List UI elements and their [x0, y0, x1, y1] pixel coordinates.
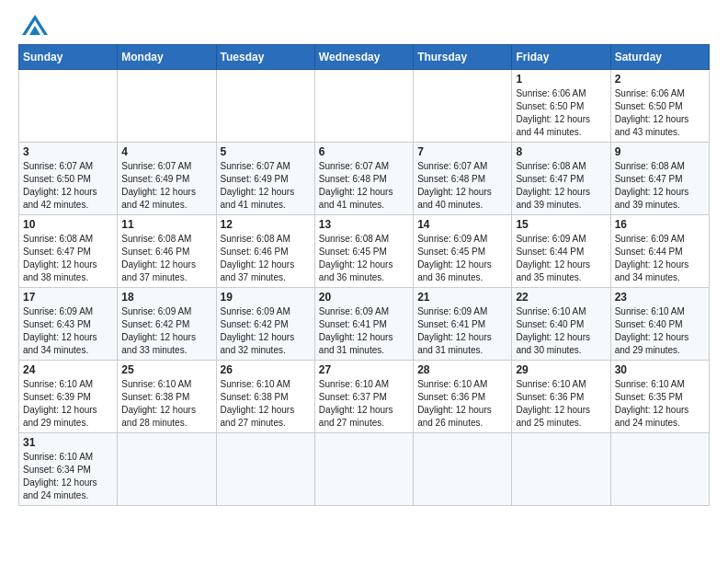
day-info: Sunrise: 6:09 AM Sunset: 6:42 PM Dayligh… — [221, 305, 311, 357]
day-number: 12 — [221, 218, 311, 231]
calendar-cell: 26Sunrise: 6:10 AM Sunset: 6:38 PM Dayli… — [216, 361, 314, 433]
day-number: 24 — [23, 363, 113, 376]
calendar-cell: 21Sunrise: 6:09 AM Sunset: 6:41 PM Dayli… — [414, 288, 512, 361]
day-number: 9 — [615, 145, 705, 158]
weekday-header-friday: Friday — [512, 45, 610, 70]
day-info: Sunrise: 6:08 AM Sunset: 6:45 PM Dayligh… — [319, 233, 409, 284]
calendar-cell: 5Sunrise: 6:07 AM Sunset: 6:49 PM Daylig… — [216, 143, 314, 215]
calendar-cell: 25Sunrise: 6:10 AM Sunset: 6:38 PM Dayli… — [118, 361, 216, 433]
day-info: Sunrise: 6:07 AM Sunset: 6:49 PM Dayligh… — [121, 160, 211, 212]
page: SundayMondayTuesdayWednesdayThursdayFrid… — [0, 0, 728, 563]
calendar-cell: 13Sunrise: 6:08 AM Sunset: 6:45 PM Dayli… — [314, 215, 413, 288]
calendar-cell: 30Sunrise: 6:10 AM Sunset: 6:35 PM Dayli… — [610, 361, 709, 433]
day-info: Sunrise: 6:10 AM Sunset: 6:38 PM Dayligh… — [221, 378, 311, 430]
day-info: Sunrise: 6:10 AM Sunset: 6:37 PM Dayligh… — [319, 378, 409, 430]
day-info: Sunrise: 6:09 AM Sunset: 6:44 PM Dayligh… — [516, 233, 606, 284]
day-number: 10 — [23, 218, 113, 231]
calendar-week-row: 24Sunrise: 6:10 AM Sunset: 6:39 PM Dayli… — [19, 361, 710, 433]
logo-icon — [22, 15, 48, 35]
calendar-cell: 6Sunrise: 6:07 AM Sunset: 6:48 PM Daylig… — [314, 143, 413, 215]
day-number: 18 — [121, 291, 211, 304]
day-number: 4 — [121, 145, 211, 158]
calendar-cell: 28Sunrise: 6:10 AM Sunset: 6:36 PM Dayli… — [414, 361, 512, 433]
calendar-cell — [414, 433, 512, 506]
day-info: Sunrise: 6:08 AM Sunset: 6:47 PM Dayligh… — [516, 160, 606, 212]
day-number: 25 — [121, 363, 211, 376]
day-info: Sunrise: 6:09 AM Sunset: 6:44 PM Dayligh… — [615, 233, 705, 284]
day-number: 28 — [417, 363, 507, 376]
day-number: 2 — [615, 73, 705, 86]
day-number: 7 — [417, 145, 507, 158]
calendar-cell: 10Sunrise: 6:08 AM Sunset: 6:47 PM Dayli… — [19, 215, 118, 288]
calendar-cell: 23Sunrise: 6:10 AM Sunset: 6:40 PM Dayli… — [610, 288, 709, 361]
day-number: 23 — [615, 291, 705, 304]
day-number: 15 — [516, 218, 606, 231]
calendar-cell: 3Sunrise: 6:07 AM Sunset: 6:50 PM Daylig… — [19, 143, 118, 215]
day-number: 31 — [23, 436, 113, 449]
calendar-week-row: 10Sunrise: 6:08 AM Sunset: 6:47 PM Dayli… — [19, 215, 710, 288]
calendar-cell — [118, 70, 216, 143]
day-number: 1 — [516, 73, 606, 86]
day-info: Sunrise: 6:10 AM Sunset: 6:36 PM Dayligh… — [417, 378, 507, 430]
calendar-cell — [314, 70, 413, 143]
day-number: 27 — [319, 363, 409, 376]
calendar-cell — [414, 70, 512, 143]
calendar-cell: 2Sunrise: 6:06 AM Sunset: 6:50 PM Daylig… — [610, 70, 709, 143]
day-info: Sunrise: 6:07 AM Sunset: 6:48 PM Dayligh… — [319, 160, 409, 212]
day-number: 8 — [516, 145, 606, 158]
day-number: 19 — [221, 291, 311, 304]
calendar-cell — [216, 433, 314, 506]
calendar-cell: 15Sunrise: 6:09 AM Sunset: 6:44 PM Dayli… — [512, 215, 610, 288]
weekday-header-tuesday: Tuesday — [216, 45, 314, 70]
calendar-cell — [118, 433, 216, 506]
weekday-header-monday: Monday — [118, 45, 216, 70]
day-number: 21 — [417, 291, 507, 304]
day-info: Sunrise: 6:06 AM Sunset: 6:50 PM Dayligh… — [615, 87, 705, 139]
calendar-cell: 20Sunrise: 6:09 AM Sunset: 6:41 PM Dayli… — [314, 288, 413, 361]
day-number: 29 — [516, 363, 606, 376]
header-area — [18, 15, 710, 37]
calendar-cell: 12Sunrise: 6:08 AM Sunset: 6:46 PM Dayli… — [216, 215, 314, 288]
weekday-header-wednesday: Wednesday — [314, 45, 413, 70]
calendar-cell — [512, 433, 610, 506]
weekday-header-row: SundayMondayTuesdayWednesdayThursdayFrid… — [19, 45, 710, 70]
weekday-header-sunday: Sunday — [19, 45, 118, 70]
day-info: Sunrise: 6:10 AM Sunset: 6:36 PM Dayligh… — [516, 378, 606, 430]
day-number: 11 — [121, 218, 211, 231]
calendar-cell: 7Sunrise: 6:07 AM Sunset: 6:48 PM Daylig… — [414, 143, 512, 215]
day-info: Sunrise: 6:09 AM Sunset: 6:41 PM Dayligh… — [319, 305, 409, 357]
day-info: Sunrise: 6:08 AM Sunset: 6:46 PM Dayligh… — [221, 233, 311, 284]
day-info: Sunrise: 6:10 AM Sunset: 6:40 PM Dayligh… — [615, 305, 705, 357]
day-info: Sunrise: 6:10 AM Sunset: 6:39 PM Dayligh… — [23, 378, 113, 430]
calendar-week-row: 3Sunrise: 6:07 AM Sunset: 6:50 PM Daylig… — [19, 143, 710, 215]
weekday-header-thursday: Thursday — [414, 45, 512, 70]
day-info: Sunrise: 6:07 AM Sunset: 6:50 PM Dayligh… — [23, 160, 113, 212]
day-info: Sunrise: 6:08 AM Sunset: 6:46 PM Dayligh… — [121, 233, 211, 284]
calendar-cell: 29Sunrise: 6:10 AM Sunset: 6:36 PM Dayli… — [512, 361, 610, 433]
calendar-cell: 1Sunrise: 6:06 AM Sunset: 6:50 PM Daylig… — [512, 70, 610, 143]
weekday-header-saturday: Saturday — [610, 45, 709, 70]
day-info: Sunrise: 6:08 AM Sunset: 6:47 PM Dayligh… — [615, 160, 705, 212]
calendar-cell: 8Sunrise: 6:08 AM Sunset: 6:47 PM Daylig… — [512, 143, 610, 215]
calendar-cell: 14Sunrise: 6:09 AM Sunset: 6:45 PM Dayli… — [414, 215, 512, 288]
day-info: Sunrise: 6:09 AM Sunset: 6:43 PM Dayligh… — [23, 305, 113, 357]
day-info: Sunrise: 6:09 AM Sunset: 6:41 PM Dayligh… — [417, 305, 507, 357]
calendar-cell: 18Sunrise: 6:09 AM Sunset: 6:42 PM Dayli… — [118, 288, 216, 361]
day-number: 13 — [319, 218, 409, 231]
calendar-cell: 9Sunrise: 6:08 AM Sunset: 6:47 PM Daylig… — [610, 143, 709, 215]
calendar-week-row: 31Sunrise: 6:10 AM Sunset: 6:34 PM Dayli… — [19, 433, 710, 506]
day-number: 22 — [516, 291, 606, 304]
calendar-cell: 4Sunrise: 6:07 AM Sunset: 6:49 PM Daylig… — [118, 143, 216, 215]
day-number: 5 — [221, 145, 311, 158]
calendar-table: SundayMondayTuesdayWednesdayThursdayFrid… — [18, 44, 710, 506]
calendar-cell — [314, 433, 413, 506]
day-number: 26 — [221, 363, 311, 376]
day-number: 30 — [615, 363, 705, 376]
day-number: 14 — [417, 218, 507, 231]
day-number: 17 — [23, 291, 113, 304]
day-info: Sunrise: 6:10 AM Sunset: 6:38 PM Dayligh… — [121, 378, 211, 430]
day-info: Sunrise: 6:09 AM Sunset: 6:45 PM Dayligh… — [417, 233, 507, 284]
calendar-cell: 11Sunrise: 6:08 AM Sunset: 6:46 PM Dayli… — [118, 215, 216, 288]
day-info: Sunrise: 6:07 AM Sunset: 6:48 PM Dayligh… — [417, 160, 507, 212]
calendar-cell: 27Sunrise: 6:10 AM Sunset: 6:37 PM Dayli… — [314, 361, 413, 433]
